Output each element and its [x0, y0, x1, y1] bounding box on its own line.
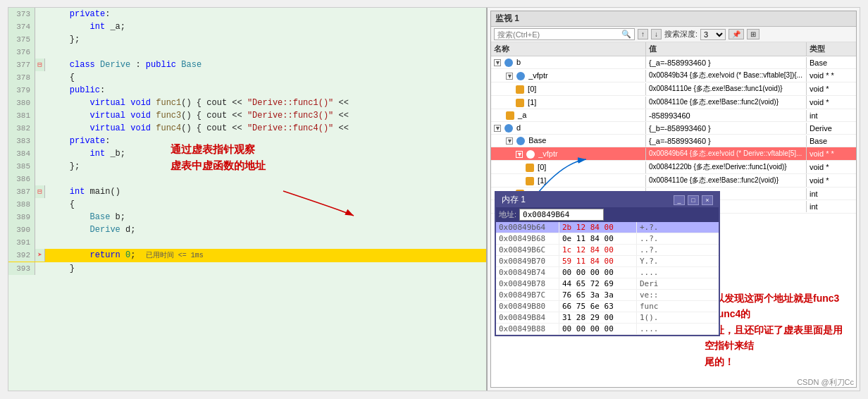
search-icon: 🔍 — [621, 30, 631, 39]
line-num-376: 376 — [8, 46, 35, 59]
mem-addr-9: 0x00849B88 — [496, 324, 559, 334]
annotation-box-1: 通过虚表指针观察 虚表中虚函数的地址 — [170, 142, 266, 173]
line-content-373: private: — [45, 8, 110, 20]
watch-type-d-vfptr-1: void * — [807, 175, 856, 186]
mem-chars-6: ve:: — [637, 290, 662, 300]
obj-icon-b — [504, 59, 513, 67]
memory-row-6: 0x00849B7C 76 65 3a 3a ve:: — [496, 290, 719, 301]
watch-type-d-vfptr: void * * — [807, 148, 856, 159]
watch-val-d-base: {_a=-858993460 } — [646, 135, 807, 147]
annotation-line-1: 通过虚表指针观察 — [170, 143, 255, 155]
watch-val-d: {_b=-858993460 } — [646, 123, 807, 134]
line-num-379: 379 — [8, 84, 35, 97]
search-prev-btn[interactable]: ↑ — [638, 29, 648, 39]
mem-addr-7: 0x00849B80 — [496, 301, 559, 312]
memory-title: 内存 1 — [502, 194, 526, 206]
code-line-391: 391 — [8, 236, 486, 249]
memory-restore-btn[interactable]: □ — [688, 195, 699, 205]
code-line-374: 374 int _a; — [8, 20, 486, 33]
line-marker-377: ⊟ — [35, 59, 45, 71]
code-line-378: 378 { — [8, 71, 486, 84]
watch-name-b-vfptr-1: [1] — [491, 97, 646, 109]
line-num-387: 387 — [8, 185, 35, 198]
memory-row-8: 0x00849B84 31 28 29 00 1(). — [496, 312, 719, 324]
watch-row-b-vfptr-1: [1] 0x0084110e {多态.exe!Base::func2(void)… — [491, 96, 856, 109]
line-num-378: 378 — [8, 71, 35, 84]
line-content-384: int _b; — [45, 147, 125, 160]
line-num-385: 385 — [8, 160, 35, 173]
line-content-391 — [45, 236, 54, 249]
mem-bytes-8: 31 28 29 00 — [559, 312, 637, 323]
watch-type-b-vfptr: void * * — [807, 70, 856, 81]
watch-pin-btn[interactable]: 📌 — [728, 29, 744, 39]
search-next-btn[interactable]: ↓ — [651, 29, 662, 39]
mem-addr-0: 0x00849b64 — [496, 222, 559, 233]
mem-chars-1: ..?. — [637, 233, 662, 244]
mem-bytes-4: 00 00 00 00 — [559, 267, 637, 278]
watch-type-b-a: int — [807, 110, 856, 121]
memory-addr-input[interactable] — [519, 209, 604, 221]
line-num-381: 381 — [8, 109, 35, 122]
watch-search-box[interactable]: 🔍 — [494, 28, 635, 40]
mem-addr-5: 0x00849B78 — [496, 278, 559, 289]
expand-b-vfptr[interactable]: ▼ — [506, 73, 513, 80]
code-panel: 373 private: 374 int _a; 375 }; 376 377 — [8, 8, 488, 391]
watch-name-d-vfptr: ▼ _vfptr — [491, 148, 646, 160]
mem-addr-4: 0x00849B74 — [496, 267, 559, 278]
main-container: 373 private: 374 int _a; 375 }; 376 377 — [8, 7, 860, 391]
memory-row-5: 0x00849B78 44 65 72 69 Deri — [496, 278, 719, 290]
mem-chars-9: .... — [637, 324, 662, 334]
watch-expand-btn[interactable]: ⊞ — [747, 29, 760, 39]
watch-type-b-vfptr-1: void * — [807, 97, 856, 108]
code-line-376: 376 — [8, 46, 486, 59]
code-line-386: 386 — [8, 173, 486, 185]
line-marker-392: ➤ — [35, 249, 45, 262]
memory-close-btn[interactable]: × — [702, 195, 713, 205]
mem-addr-1: 0x00849B68 — [496, 233, 559, 244]
watch-val-b-vfptr-1: 0x0084110e {多态.exe!Base::func2(void)} — [646, 96, 807, 109]
code-line-393: 393 } — [8, 262, 486, 275]
annotation-line-2: 虚表中虚函数的地址 — [170, 159, 266, 171]
line-num-382: 382 — [8, 122, 35, 135]
expand-d[interactable]: ▼ — [494, 125, 501, 132]
line-num-375: 375 — [8, 33, 35, 46]
expand-b[interactable]: ▼ — [494, 59, 501, 66]
line-content-380: virtual void func1() { cout << "Derive::… — [45, 97, 354, 109]
memory-addr-bar: 地址: — [496, 207, 719, 222]
depth-select[interactable]: 3 1 2 5 — [700, 29, 726, 40]
mem-chars-7: func — [637, 301, 662, 312]
mem-addr-2: 0x00849B6C — [496, 245, 559, 255]
line-num-391: 391 — [8, 236, 35, 249]
expand-d-base[interactable]: ▼ — [506, 137, 513, 145]
mem-addr-3: 0x00849B70 — [496, 256, 559, 266]
watch-type-d: Derive — [807, 123, 856, 134]
expand-d-vfptr[interactable]: ▼ — [516, 151, 523, 158]
line-num-380: 380 — [8, 97, 35, 109]
col-header-type: 类型 — [807, 42, 856, 56]
memory-row-9: 0x00849B88 00 00 00 00 .... — [496, 324, 719, 335]
watch-val-b: {_a=-858993460 } — [646, 57, 807, 68]
line-content-375: }; — [45, 33, 80, 46]
mem-bytes-3: 59 11 84 00 — [559, 256, 637, 266]
obj-icon-d — [504, 124, 513, 133]
code-line-380: 380 virtual void func1() { cout << "Deri… — [8, 97, 486, 109]
col-header-val: 值 — [646, 42, 807, 56]
line-num-384: 384 — [8, 147, 35, 160]
line-content-374: int _a; — [45, 20, 125, 33]
annotation2-line-1: 可以发现这两个地址就是func3和func4的 — [705, 293, 839, 319]
line-num-390: 390 — [8, 223, 35, 236]
mem-addr-6: 0x00849B7C — [496, 290, 559, 300]
line-num-383: 383 — [8, 135, 35, 147]
line-content-378: { — [45, 71, 75, 84]
code-line-390: 390 Derive d; — [8, 223, 486, 236]
code-line-373: 373 private: — [8, 8, 486, 20]
memory-row-4: 0x00849B74 00 00 00 00 .... — [496, 267, 719, 278]
line-content-382: virtual void func4() { cout << "Derive::… — [45, 122, 354, 135]
watch-search-input[interactable] — [497, 30, 621, 39]
memory-minimize-btn[interactable]: _ — [674, 195, 685, 205]
obj-icon-b-vfptr — [516, 72, 525, 80]
annotation-box-2: 可以发现这两个地址就是func3和func4的 地址，且还印证了虚表里面是用空指… — [705, 290, 845, 369]
mem-bytes-9: 00 00 00 00 — [559, 324, 637, 334]
watch-val-b-a: -858993460 — [646, 110, 807, 121]
watch-name-d-vfptr-1: [1] — [491, 175, 646, 187]
